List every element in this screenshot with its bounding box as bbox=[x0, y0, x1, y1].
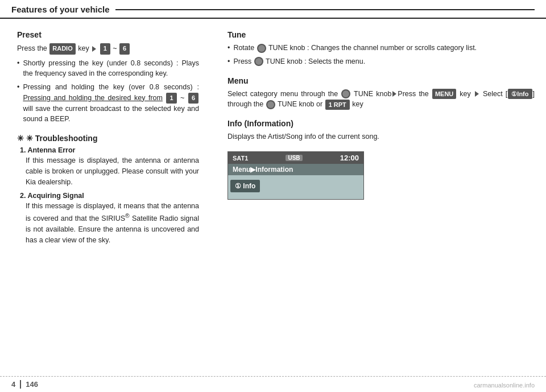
tune-bullets: Rotate TUNE knob : Changes the channel n… bbox=[228, 43, 535, 67]
preset-key-text: key bbox=[78, 44, 89, 52]
screen-header: SAT1 USB 12:00 bbox=[228, 152, 363, 164]
info-text: Displays the Artist/Song info of the cur… bbox=[228, 131, 535, 142]
tune-heading: Tune bbox=[228, 30, 535, 39]
tune-knob-rotate-icon bbox=[257, 44, 266, 53]
troubleshoot-heading: ✳ ✳ Troubleshooting bbox=[17, 134, 199, 143]
preset-section: Preset Press the RADIO key 1 ~ 6 Shortly… bbox=[17, 30, 199, 125]
main-content: Preset Press the RADIO key 1 ~ 6 Shortly… bbox=[0, 19, 546, 256]
preset-bullet-1: Shortly pressing the key (under 0.8 seco… bbox=[17, 58, 199, 80]
menu-section: Menu Select category menu through the TU… bbox=[228, 76, 535, 110]
header-title: Features of your vehicle bbox=[11, 5, 110, 14]
right-column: Tune Rotate TUNE knob : Changes the chan… bbox=[216, 30, 535, 250]
footer-watermark: carmanualsonline.info bbox=[474, 382, 535, 389]
screen-menu-bar: Menu▶Information bbox=[228, 164, 363, 175]
footer: 4 146 carmanualsonline.info bbox=[0, 376, 546, 392]
rpt-btn: 1 RPT bbox=[325, 100, 350, 110]
screen-time: 12:00 bbox=[340, 154, 359, 162]
radio-button: RADIO bbox=[49, 43, 75, 55]
screen-info-item: ① Info bbox=[230, 180, 260, 192]
star-icon: ✳ bbox=[17, 134, 26, 143]
troubleshooting-section: ✳ ✳ Troubleshooting 1. Antenna Error If … bbox=[17, 134, 199, 245]
menu-btn: MENU bbox=[432, 89, 456, 100]
tune-knob-menu-icon bbox=[341, 89, 350, 98]
acquiring-signal-title: 2. Acquiring Signal bbox=[20, 192, 199, 200]
num-6b: 6 bbox=[188, 93, 198, 104]
footer-num: 4 bbox=[11, 380, 21, 389]
tilde-text: ~ bbox=[113, 44, 119, 52]
antenna-error-title: 1. Antenna Error bbox=[20, 146, 199, 154]
tune-section: Tune Rotate TUNE knob : Changes the chan… bbox=[228, 30, 535, 67]
screen-mockup: SAT1 USB 12:00 Menu▶Information ① Info bbox=[228, 151, 364, 200]
troubleshoot-list: 1. Antenna Error If this message is disp… bbox=[20, 146, 199, 245]
troubleshoot-item-2: 2. Acquiring Signal If this message is d… bbox=[20, 192, 199, 245]
preset-bullet-2: Pressing and holding the key (over 0.8 s… bbox=[17, 82, 199, 125]
header-line bbox=[115, 9, 535, 10]
menu-text: Select category menu through the TUNE kn… bbox=[228, 89, 535, 110]
preset-bullets: Shortly pressing the key (under 0.8 seco… bbox=[17, 58, 199, 125]
preset-heading: Preset bbox=[17, 30, 199, 39]
num-6-button: 6 bbox=[119, 43, 130, 55]
menu-heading: Menu bbox=[228, 76, 535, 85]
header-bar: Features of your vehicle bbox=[0, 0, 546, 19]
screen-body: ① Info bbox=[228, 175, 363, 199]
arrow-right-menu2-icon bbox=[475, 91, 479, 97]
tune-bullet-1: Rotate TUNE knob : Changes the channel n… bbox=[228, 43, 535, 53]
preset-press-text: Press the bbox=[17, 44, 49, 52]
footer-content: 4 146 bbox=[0, 377, 546, 392]
screen-sat-label: SAT1 bbox=[233, 155, 248, 162]
arrow-right-icon bbox=[92, 46, 96, 52]
num-1b: 1 bbox=[166, 93, 176, 104]
info-section: Info (Information) Displays the Artist/S… bbox=[228, 119, 535, 142]
tune-knob-press-icon bbox=[254, 57, 263, 66]
left-column: Preset Press the RADIO key 1 ~ 6 Shortly… bbox=[17, 30, 199, 250]
preset-line: Press the RADIO key 1 ~ 6 bbox=[17, 43, 199, 55]
footer-page: 146 bbox=[26, 380, 38, 389]
tune-knob-select-icon bbox=[266, 100, 275, 109]
num-1-button: 1 bbox=[100, 43, 110, 55]
arrow-right-menu-icon bbox=[392, 91, 396, 97]
tune-bullet-2: Press TUNE knob : Selects the menu. bbox=[228, 56, 535, 67]
info-num-btn: ①Info bbox=[508, 89, 532, 100]
troubleshoot-item-1: 1. Antenna Error If this message is disp… bbox=[20, 146, 199, 187]
screen-usb-label: USB bbox=[286, 155, 302, 161]
acquiring-signal-body: If this message is displayed, it means t… bbox=[26, 201, 199, 245]
antenna-error-body: If this message is displayed, the antenn… bbox=[26, 155, 199, 187]
info-heading: Info (Information) bbox=[228, 119, 535, 128]
